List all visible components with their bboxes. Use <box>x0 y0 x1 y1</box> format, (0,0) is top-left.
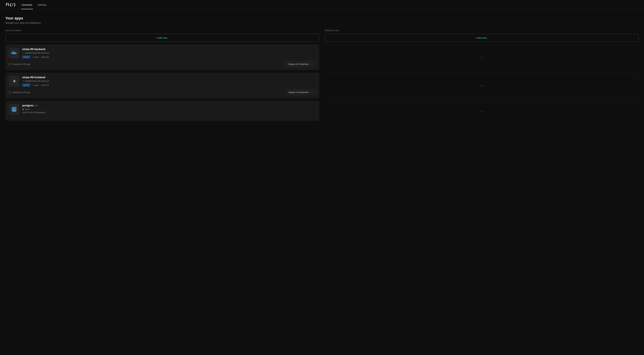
app-card-bottom-backend: ✓ Deployed 19h ago Deploy to Production … <box>9 61 316 67</box>
app-badges-frontend: AUTO ⑂ main | 64b774 <box>22 84 316 87</box>
app-card-top-frontend: stripe-fl0-frontend ⬡ dalefl0/stripe-fl0… <box>9 76 316 87</box>
app-card-backend: stripe-fl0-backend ⬡ dalefl0/stripe-fl0-… <box>5 44 319 70</box>
svg-rect-4 <box>12 51 14 52</box>
branch-icon-frontend: ⑂ <box>32 84 33 86</box>
separator-backend: | <box>40 56 40 58</box>
app-badges-backend: AUTO ⑂ main | 551c5d <box>22 55 316 58</box>
commit-frontend: 64b774 <box>42 84 49 86</box>
app-name-frontend: stripe-fl0-frontend <box>22 76 316 79</box>
postgres-version: v15 <box>34 105 38 107</box>
logo: fl{/} <box>5 2 16 7</box>
status-icon-frontend: ✓ <box>9 91 12 93</box>
development-column: DEVELOPMENT + Add new... <box>5 29 319 124</box>
add-new-prod-label: + Add new... <box>475 36 488 39</box>
production-placeholder-3[interactable]: + <box>325 101 639 122</box>
app-name-postgres: postgresv15 <box>22 104 316 107</box>
app-name-backend: stripe-fl0-backend <box>22 48 316 51</box>
deploy-btn-label-frontend: Deploy to Production <box>288 91 309 93</box>
deploy-button-frontend[interactable]: Deploy to Production → <box>285 89 316 95</box>
production-add-new-button[interactable]: + Add new... <box>325 34 639 42</box>
nav-tabs: Overview Settings <box>21 0 51 9</box>
repo-icon-backend: ⬡ <box>22 52 24 54</box>
placeholder-plus-icon-1: + <box>480 55 483 59</box>
development-add-new-button[interactable]: + Add new... <box>5 34 319 42</box>
auto-badge-frontend: AUTO <box>22 84 30 87</box>
app-info-backend: stripe-fl0-backend ⬡ dalefl0/stripe-fl0-… <box>22 48 316 58</box>
page-title: Your apps <box>5 16 639 20</box>
app-icon-backend <box>9 48 20 58</box>
main-content: Your apps Manage your apps and databases… <box>0 9 644 131</box>
app-repo-backend: ⬡ dalefl0/stripe-fl0-backend <box>22 52 316 54</box>
app-card-postgres: postgresv15 ▦ Neon Asia Pacific (Singapo… <box>5 101 319 121</box>
separator-frontend: | <box>40 84 40 86</box>
production-column-label: PRODUCTION <box>325 29 639 31</box>
deploy-status-frontend: ✓ Deployed 19h ago <box>9 91 30 93</box>
app-card-frontend: stripe-fl0-frontend ⬡ dalefl0/stripe-fl0… <box>5 73 319 98</box>
branch-info-frontend: ⑂ main | 64b774 <box>32 84 49 86</box>
repo-icon-frontend: ⬡ <box>22 80 24 82</box>
columns-layout: DEVELOPMENT + Add new... <box>5 29 639 124</box>
tab-settings[interactable]: Settings <box>37 1 47 9</box>
deploy-button-backend[interactable]: Deploy to Production → <box>285 61 316 67</box>
deploy-status-backend: ✓ Deployed 19h ago <box>9 63 30 65</box>
status-text-frontend: Deployed 19h ago <box>12 91 30 93</box>
production-placeholder-1[interactable]: + <box>325 44 639 70</box>
arrow-icon-frontend: → <box>310 91 313 93</box>
production-column: PRODUCTION + Add new... + + + <box>325 29 639 124</box>
app-repo-frontend: ⬡ dalefl0/stripe-fl0-frontend <box>22 80 316 82</box>
branch-info-backend: ⑂ main | 551c5d <box>32 56 49 58</box>
status-text-backend: Deployed 19h ago <box>12 63 30 65</box>
placeholder-plus-icon-3: + <box>480 110 483 114</box>
app-card-top-postgres: postgresv15 ▦ Neon Asia Pacific (Singapo… <box>9 104 316 115</box>
app-card-bottom-frontend: ✓ Deployed 19h ago Deploy to Production … <box>9 89 316 95</box>
checkmark-backend: ✓ <box>10 63 11 65</box>
status-icon-backend: ✓ <box>9 63 12 65</box>
page-subtitle: Manage your apps and databases. <box>5 21 639 24</box>
svg-rect-3 <box>14 51 15 52</box>
development-column-label: DEVELOPMENT <box>5 29 319 31</box>
db-icon-postgres: ▦ <box>22 108 24 110</box>
svg-point-8 <box>12 110 16 112</box>
checkmark-frontend: ✓ <box>10 91 11 93</box>
app-card-top-backend: stripe-fl0-backend ⬡ dalefl0/stripe-fl0-… <box>9 48 316 58</box>
logo-text: fl{/} <box>5 2 16 7</box>
app-icon-postgres <box>9 104 20 115</box>
tab-overview[interactable]: Overview <box>21 1 33 9</box>
deploy-btn-label-backend: Deploy to Production <box>288 63 309 65</box>
app-icon-frontend <box>9 76 20 87</box>
postgres-provider-info: ▦ Neon <box>22 108 316 110</box>
branch-icon-backend: ⑂ <box>32 56 33 58</box>
postgres-region: Asia Pacific (Singapore) <box>22 111 316 114</box>
arrow-icon-backend: → <box>310 63 313 65</box>
placeholder-plus-icon-2: + <box>480 84 483 88</box>
header: fl{/} Overview Settings <box>0 0 644 9</box>
app-info-frontend: stripe-fl0-frontend ⬡ dalefl0/stripe-fl0… <box>22 76 316 87</box>
add-new-dev-label: + Add new... <box>156 36 169 39</box>
production-placeholder-2[interactable]: + <box>325 73 639 99</box>
auto-badge-backend: AUTO <box>22 55 30 58</box>
app-info-postgres: postgresv15 ▦ Neon Asia Pacific (Singapo… <box>22 104 316 114</box>
commit-backend: 551c5d <box>42 56 49 58</box>
